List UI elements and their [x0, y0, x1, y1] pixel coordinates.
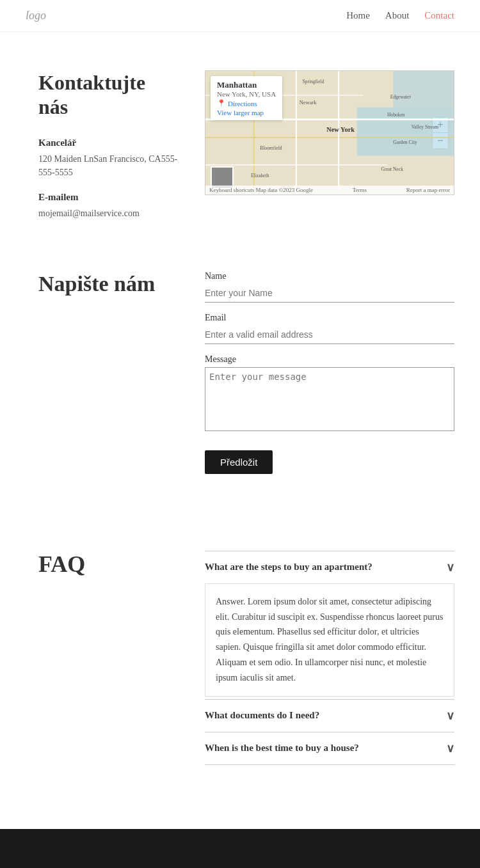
faq-question-2[interactable]: What documents do I need? ∨: [205, 700, 454, 732]
nav-home[interactable]: Home: [346, 10, 370, 21]
email-input[interactable]: [205, 326, 454, 344]
svg-text:Elizabeth: Elizabeth: [251, 173, 269, 178]
map-directions-link[interactable]: 📍 Directions: [217, 99, 276, 107]
faq-item-1: What are the steps to buy an apartment? …: [205, 551, 454, 697]
site-header: logo Home About Contact: [0, 0, 480, 32]
main-nav: Home About Contact: [346, 10, 454, 21]
svg-text:Bloomfield: Bloomfield: [260, 145, 282, 151]
svg-text:Springfield: Springfield: [302, 79, 324, 84]
nav-about[interactable]: About: [385, 10, 410, 21]
faq-list: What are the steps to buy an apartment? …: [205, 551, 454, 765]
message-textarea[interactable]: [205, 367, 454, 431]
map-info-box: Manhattan New York, NY, USA 📍 Directions…: [211, 76, 282, 120]
svg-text:New York: New York: [326, 126, 355, 133]
faq-question-3[interactable]: When is the best time to buy a house? ∨: [205, 732, 454, 764]
faq-chevron-1: ∨: [446, 560, 454, 574]
faq-section: FAQ What are the steps to buy an apartme…: [0, 512, 480, 803]
email-value: mojemail@mailservice.com: [38, 207, 179, 220]
faq-chevron-2: ∨: [446, 709, 454, 723]
office-label: Kancelář: [38, 138, 179, 148]
svg-text:Edgewater: Edgewater: [390, 94, 412, 100]
faq-answer-1: Answer. Lorem ipsum dolor sit amet, cons…: [205, 583, 454, 697]
svg-text:Valley Stream: Valley Stream: [412, 124, 439, 130]
svg-text:Great Neck: Great Neck: [381, 166, 403, 172]
write-to-us-section: Napište nám Name Email Message Předložit: [0, 258, 480, 512]
contact-info-section: Kontaktujte nás Kancelář 120 Maiden LnSa…: [0, 32, 480, 258]
map-footer-mid: Terms: [353, 187, 367, 193]
name-input[interactable]: [205, 284, 454, 303]
name-label: Name: [205, 271, 454, 281]
message-label: Message: [205, 354, 454, 365]
site-logo: logo: [26, 9, 46, 22]
faq-item-2: What documents do I need? ∨: [205, 699, 454, 732]
newsletter-section: Odebírejte našeho newsletteru Email Před…: [0, 829, 480, 868]
map-state: New York, NY, USA: [217, 90, 276, 98]
faq-title-block: FAQ: [38, 551, 179, 578]
contact-heading: Kontaktujte nás: [38, 70, 179, 120]
message-form-group: Message: [205, 354, 454, 434]
map-footer-right: Report a map error: [406, 187, 450, 193]
contact-form: Name Email Message Předložit: [205, 271, 454, 474]
faq-question-1[interactable]: What are the steps to buy an apartment? …: [205, 551, 454, 583]
nav-contact[interactable]: Contact: [424, 10, 454, 21]
faq-question-text-1: What are the steps to buy an apartment?: [205, 562, 372, 572]
email-form-group: Email: [205, 313, 454, 344]
form-submit-button[interactable]: Předložit: [205, 450, 273, 474]
map-container[interactable]: Livingston Bloomfield Newark New York Ho…: [205, 70, 454, 195]
name-form-group: Name: [205, 271, 454, 303]
contact-info-block: Kontaktujte nás Kancelář 120 Maiden LnSa…: [38, 70, 179, 233]
map-background: Livingston Bloomfield Newark New York Ho…: [205, 71, 454, 194]
svg-rect-1: [393, 71, 454, 107]
svg-rect-0: [357, 107, 454, 156]
faq-heading: FAQ: [38, 551, 179, 578]
map-larger-link[interactable]: View larger map: [217, 109, 276, 116]
email-label: E-mailem: [38, 192, 179, 203]
map-city: Manhattan: [217, 80, 276, 90]
svg-text:Garden City: Garden City: [393, 139, 417, 145]
faq-item-3: When is the best time to buy a house? ∨: [205, 732, 454, 765]
faq-question-text-3: When is the best time to buy a house?: [205, 743, 359, 754]
map-footer: Keyboard shortcuts Map data ©2023 Google…: [205, 185, 454, 194]
email-form-label: Email: [205, 313, 454, 323]
form-heading: Napište nám: [38, 271, 179, 297]
svg-text:Newark: Newark: [300, 99, 317, 106]
svg-text:Hoboken: Hoboken: [387, 112, 405, 118]
office-address: 120 Maiden LnSan Francisco, CA555-555-55…: [38, 152, 179, 179]
faq-question-text-2: What documents do I need?: [205, 710, 319, 721]
faq-chevron-3: ∨: [446, 741, 454, 755]
map-footer-left: Keyboard shortcuts Map data ©2023 Google: [209, 187, 313, 193]
form-title-block: Napište nám: [38, 271, 179, 297]
